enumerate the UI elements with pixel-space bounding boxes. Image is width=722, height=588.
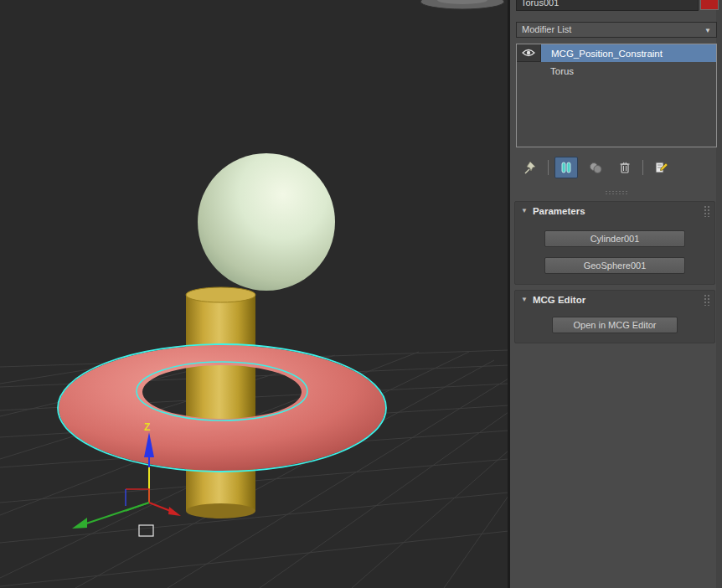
object-name-value: Torus001 xyxy=(517,0,698,8)
eye-icon xyxy=(522,48,535,58)
modifier-list-label: Modifier List xyxy=(522,24,571,34)
visibility-toggle[interactable] xyxy=(517,44,541,62)
rollout-parameters-header[interactable]: ▼ Parameters xyxy=(515,202,714,219)
rollout-mcg-editor: ▼ MCG Editor Open in MCG Editor xyxy=(514,290,715,343)
configure-sets-icon xyxy=(653,160,668,175)
trash-icon xyxy=(617,160,632,175)
disc-object[interactable] xyxy=(420,0,504,9)
viewport[interactable]: Z xyxy=(0,0,508,588)
rollout-open-icon: ▼ xyxy=(521,207,528,214)
toolbar-separator xyxy=(548,160,549,175)
stack-row-label[interactable]: MCG_Position_Constraint xyxy=(541,44,716,62)
rollout-grip-icon xyxy=(704,205,710,217)
button-label: Open in MCG Editor xyxy=(573,320,656,330)
gizmo-origin-box xyxy=(139,525,153,536)
modifier-stack-toolbar xyxy=(518,156,673,179)
object-name-field[interactable]: Torus001 xyxy=(516,0,699,11)
make-unique-icon xyxy=(588,160,603,175)
command-panel: Torus001 Modifier List ▼ MCG_Position_Co… xyxy=(510,0,722,588)
rollout-parameters: ▼ Parameters Cylinder001 GeoSphere001 xyxy=(514,201,715,285)
gizmo-x-arrow[interactable] xyxy=(72,518,87,529)
configure-modifier-sets-button[interactable] xyxy=(649,157,673,178)
stack-row-label[interactable]: Torus xyxy=(517,62,716,80)
rollout-open-icon: ▼ xyxy=(521,296,528,303)
rollout-mcg-editor-header[interactable]: ▼ MCG Editor xyxy=(515,291,714,308)
rollout-title: MCG Editor xyxy=(533,295,585,305)
button-label: GeoSphere001 xyxy=(584,260,647,271)
application-window: Z Torus001 Modifier List ▼ xyxy=(0,0,722,588)
make-unique-button[interactable] xyxy=(584,157,607,178)
remove-modifier-button[interactable] xyxy=(613,157,637,178)
chevron-down-icon: ▼ xyxy=(704,23,711,38)
panel-splitter-grip[interactable] xyxy=(605,190,628,195)
modifier-stack: MCG_Position_Constraint Torus xyxy=(516,44,717,147)
viewport-scene: Z xyxy=(0,0,508,588)
stack-row-mcg-position-constraint[interactable]: MCG_Position_Constraint xyxy=(517,44,716,62)
modifier-list-dropdown[interactable]: Modifier List ▼ xyxy=(516,22,717,38)
panel-scrollbar[interactable] xyxy=(716,0,722,588)
gizmo-z-label: Z xyxy=(144,421,150,433)
rollout-title: Parameters xyxy=(533,206,585,216)
pin-icon xyxy=(523,160,538,175)
show-end-result-button[interactable] xyxy=(554,157,578,178)
open-mcg-editor-button[interactable]: Open in MCG Editor xyxy=(552,317,678,333)
show-end-result-icon xyxy=(559,160,574,175)
geosphere001-pick-button[interactable]: GeoSphere001 xyxy=(544,257,685,274)
gizmo-y-arrow[interactable] xyxy=(168,507,181,516)
toolbar-separator xyxy=(642,160,643,175)
pin-stack-button[interactable] xyxy=(518,157,542,178)
stack-row-torus[interactable]: Torus xyxy=(517,62,716,80)
geosphere-object[interactable] xyxy=(198,153,335,291)
cylinder001-pick-button[interactable]: Cylinder001 xyxy=(544,230,685,247)
button-label: Cylinder001 xyxy=(590,234,640,244)
object-color-swatch[interactable] xyxy=(700,0,719,10)
rollout-grip-icon xyxy=(704,294,710,306)
cylinder-object[interactable] xyxy=(186,287,255,518)
